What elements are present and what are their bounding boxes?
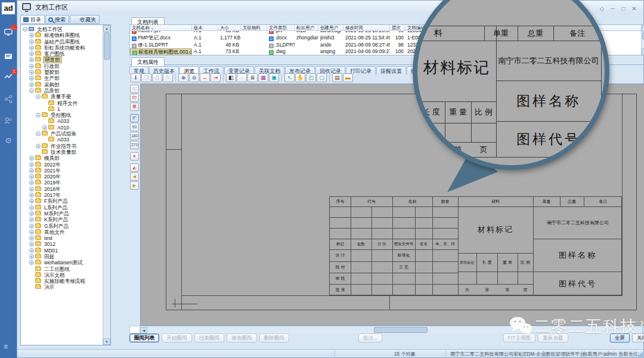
tree-item[interactable]: +生产部: [29, 75, 103, 81]
tree-item[interactable]: +客户图纸: [29, 51, 103, 57]
print-icon[interactable]: ⎙: [152, 73, 162, 82]
image-icon[interactable]: ▤: [332, 73, 342, 82]
tree-item[interactable]: 技术质量部: [36, 149, 103, 155]
expand-toggle-icon[interactable]: +: [29, 180, 34, 185]
tree-item[interactable]: +行政部: [29, 63, 103, 69]
mirror-icon[interactable]: ◭: [130, 163, 139, 172]
users-icon[interactable]: [4, 116, 13, 125]
tree-item-label[interactable]: M系列产品: [43, 211, 70, 217]
rotate-180-icon[interactable]: 180: [130, 132, 139, 140]
expand-toggle-icon[interactable]: +: [29, 248, 34, 253]
rotate-90-icon[interactable]: 90: [130, 123, 139, 131]
expand-toggle-icon[interactable]: +: [29, 224, 34, 229]
fit-page-icon[interactable]: ⇥: [210, 73, 221, 82]
column-header[interactable]: 修改时间: [343, 25, 390, 31]
flip-left-icon[interactable]: ◀: [130, 172, 139, 181]
expand-toggle-icon[interactable]: +: [29, 236, 34, 240]
tree-item-label[interactable]: 行政部: [43, 63, 61, 69]
close-button[interactable]: ✕: [630, 5, 639, 12]
props-tab-提醒设置[interactable]: 提醒设置: [376, 66, 406, 75]
tree-item-label[interactable]: 演示: [43, 284, 55, 290]
tree-item[interactable]: +2017年: [29, 192, 103, 198]
scroll-thumb[interactable]: [104, 32, 110, 60]
tree-item[interactable]: +标准物料库图纸: [29, 32, 103, 38]
tree-item[interactable]: A033: [42, 137, 103, 143]
expand-toggle-icon[interactable]: +: [29, 82, 34, 87]
canvas-hscrollbar[interactable]: ◀ ▶: [140, 326, 644, 334]
color-mode-icon[interactable]: ▦: [258, 73, 268, 82]
tree-item-label[interactable]: 作业指导书: [49, 143, 78, 149]
column-header[interactable]: 关联物料: [241, 25, 267, 31]
scroll-down-icon[interactable]: ▼: [642, 48, 644, 55]
expand-toggle-icon[interactable]: +: [29, 205, 34, 210]
tree-item-label[interactable]: K系列产品: [43, 217, 69, 223]
column-header[interactable]: 层次: [390, 25, 405, 31]
tree-item[interactable]: −质量手册: [36, 94, 103, 100]
tree-item[interactable]: +2018年: [29, 186, 103, 192]
tree-item[interactable]: +塑胶部: [29, 69, 103, 75]
expand-toggle-icon[interactable]: +: [29, 76, 34, 81]
tree-item-label[interactable]: 实施技能考核流程: [43, 278, 86, 284]
tree-item[interactable]: 1: [42, 106, 103, 112]
tree-item[interactable]: 二工位图纸: [29, 266, 103, 272]
scroll-down-icon[interactable]: ▼: [103, 338, 110, 345]
tree-item-label[interactable]: weihaitaisen测试: [43, 260, 83, 266]
tree-item-label[interactable]: MD01: [43, 248, 59, 254]
doclist-scrollbar[interactable]: ▲ ▼: [641, 25, 644, 55]
tree-item[interactable]: +K系列产品: [29, 217, 103, 223]
ruler-icon[interactable]: ▬: [343, 73, 353, 82]
tree-item-label[interactable]: 其他文件: [43, 229, 66, 235]
share-icon[interactable]: [4, 94, 13, 104]
tree-item-label[interactable]: 技术质量部: [49, 149, 78, 155]
column-header[interactable]: 文件类型: [267, 25, 295, 31]
zoom-out-icon[interactable]: ⊖: [189, 73, 199, 82]
expand-toggle-icon[interactable]: +: [29, 51, 34, 56]
expand-toggle-icon[interactable]: −: [36, 94, 41, 99]
tree-item-label[interactable]: 程序文件: [56, 100, 79, 106]
menu-icon[interactable]: ≡: [4, 342, 8, 351]
expand-toggle-icon[interactable]: +: [29, 199, 34, 203]
expand-toggle-icon[interactable]: +: [29, 162, 34, 167]
tree-item[interactable]: +2022年: [29, 162, 103, 168]
tree-item[interactable]: +作业指导书: [36, 143, 103, 149]
tree-item-label[interactable]: 质量手册: [49, 94, 72, 100]
tree-item-label[interactable]: 2021年: [43, 168, 62, 174]
tree-item-label[interactable]: 2018年: [43, 186, 62, 192]
tree-scrollbar[interactable]: ▲ ▼: [103, 25, 110, 345]
expand-toggle-icon[interactable]: +: [29, 174, 34, 179]
tree-item-label[interactable]: 二工位图纸: [43, 266, 71, 272]
tree-item[interactable]: +M系列产品: [29, 211, 103, 217]
tree-item[interactable]: +F系列产品: [29, 198, 103, 204]
tree-item-label[interactable]: test: [43, 235, 54, 241]
tree-item-label[interactable]: 2022年: [43, 162, 62, 168]
rotate-270-icon[interactable]: 270: [130, 141, 139, 149]
stamp-icon[interactable]: 印: [130, 85, 139, 93]
info-icon[interactable]: ℹ: [131, 73, 141, 82]
expand-toggle-icon[interactable]: +: [29, 260, 34, 265]
tree-item-label[interactable]: L系列产品: [43, 205, 69, 211]
tree-item-label[interactable]: 塑胶部: [43, 69, 61, 75]
scroll-up-icon[interactable]: ▲: [642, 25, 644, 32]
tree-item-label[interactable]: 标准物料库图纸: [43, 32, 81, 38]
button-圈阅列表[interactable]: 圈阅列表: [129, 334, 159, 342]
tree-item[interactable]: +2019年: [29, 180, 103, 186]
expand-toggle-icon[interactable]: +: [29, 211, 34, 216]
expand-toggle-icon[interactable]: +: [42, 125, 47, 130]
maximize-button[interactable]: □: [619, 5, 628, 12]
expand-toggle-icon[interactable]: +: [29, 254, 34, 259]
expand-toggle-icon[interactable]: +: [29, 242, 34, 246]
tree-item[interactable]: +其他文件: [29, 229, 103, 235]
tree-item[interactable]: +test: [29, 235, 103, 241]
annotate-icon[interactable]: ✎: [163, 73, 173, 82]
flip-right-icon[interactable]: ▶: [130, 181, 139, 190]
tree-item-label[interactable]: 模具部: [43, 155, 61, 161]
tree-item-label[interactable]: 2019年: [43, 180, 62, 186]
tree-item[interactable]: −品质部: [29, 88, 103, 94]
copy-icon[interactable]: ❐: [141, 73, 151, 82]
tree-item[interactable]: +G系列产品: [29, 223, 103, 229]
tree-item-label[interactable]: 2020年: [43, 174, 62, 180]
tree-item-label[interactable]: 采购部: [43, 82, 61, 88]
tree-item-label[interactable]: 3012: [43, 241, 57, 247]
monitor-icon[interactable]: …: [4, 27, 13, 37]
expand-toggle-icon[interactable]: −: [36, 131, 41, 136]
